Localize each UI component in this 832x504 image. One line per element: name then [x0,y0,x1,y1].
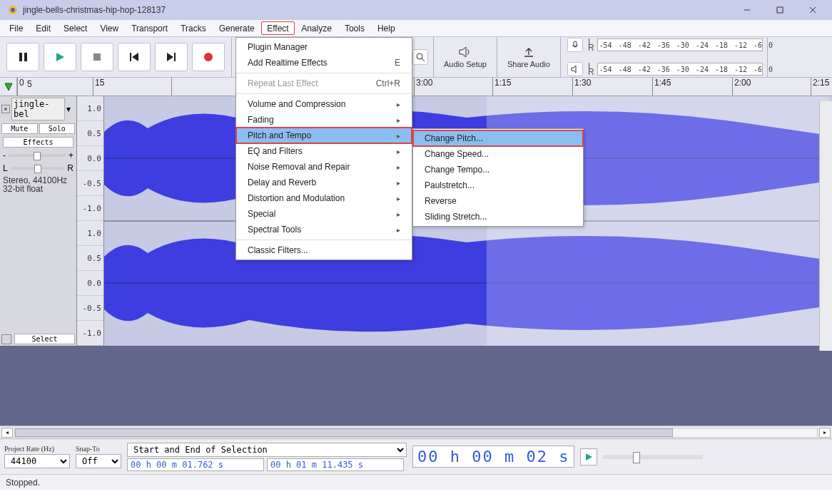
track-select-button[interactable]: Select [14,334,75,344]
menu-tools[interactable]: Tools [338,21,371,36]
solo-button[interactable]: Solo [39,123,76,134]
menu-edit[interactable]: Edit [29,21,57,36]
mute-button[interactable]: Mute [1,123,38,134]
play-at-speed-button[interactable] [580,448,597,466]
play-button[interactable] [44,43,76,71]
menu-pitch-tempo[interactable]: Pitch and Tempo [236,128,412,143]
svg-point-14 [204,53,213,61]
menu-noise-removal[interactable]: Noise Removal and Repair [236,159,412,175]
record-meter-button[interactable] [567,38,583,52]
timeline-ruler[interactable]: 5 0 15 3:00 1:15 1:30 1:45 2:00 2:15 [0,78,832,96]
app-logo-icon [7,4,19,16]
gain-slider[interactable]: -+ [0,149,76,162]
track-menu-dropdown[interactable]: ▾ [66,104,75,114]
menu-plugin-manager[interactable]: Plugin Manager [236,39,412,55]
menu-file[interactable]: File [3,21,29,36]
project-rate-label: Project Rate (Hz) [4,445,70,453]
submenu-change-pitch[interactable]: Change Pitch... [413,130,583,146]
svg-rect-9 [93,53,101,61]
audio-setup-button[interactable]: Audio Setup [434,37,497,77]
close-button[interactable] [796,0,829,20]
main-toolbar: Audio Setup Share Audio LR -54-48-42-36-… [0,37,832,78]
project-rate-select[interactable]: 44100 [4,454,70,468]
selection-start-field[interactable]: 00 h 00 m 01.762 s [127,458,264,471]
share-audio-button[interactable]: Share Audio [497,37,561,77]
svg-marker-20 [5,83,12,91]
selection-toolbar: Project Rate (Hz) 44100 Snap-To Off Star… [0,438,832,474]
snap-to-select[interactable]: Off [76,454,121,468]
track-close-button[interactable]: × [1,105,10,113]
track-name[interactable]: jingle-bel [11,98,65,120]
track-info: Stereo, 44100Hz32-bit float [0,175,76,195]
empty-track-space[interactable] [0,346,832,426]
selection-end-field[interactable]: 00 h 01 m 11.435 s [267,458,404,471]
zoom-tool[interactable] [412,49,428,65]
pin-timeline-button[interactable] [0,78,17,96]
snap-to-label: Snap-To [76,445,121,453]
svg-marker-17 [460,47,466,57]
pan-slider[interactable]: LR [0,162,76,175]
svg-point-15 [417,53,422,59]
svg-marker-25 [586,453,592,461]
upload-icon [522,46,535,58]
svg-point-1 [11,8,15,12]
menu-classic-filters[interactable]: Classic Filters... [236,242,412,258]
menu-eq-filters[interactable]: EQ and Filters [236,143,412,159]
horizontal-scrollbar[interactable]: ◂ ▸ [0,426,832,438]
submenu-sliding-stretch[interactable]: Sliding Stretch... [413,209,583,225]
window-title: jingle-bells-christmas-hip-hop-128137 [23,5,731,15]
svg-line-16 [422,58,425,61]
speaker-small-icon [571,65,579,73]
selection-mode-select[interactable]: Start and End of Selection [127,443,407,457]
menu-generate[interactable]: Generate [213,21,261,36]
minimize-button[interactable] [731,0,763,20]
play-meter[interactable]: -54-48-42-36-30-24-18-12-60 [597,63,763,76]
record-button[interactable] [192,43,225,71]
scrollbar-thumb[interactable] [15,428,673,437]
time-display[interactable]: 00 h 00 m 02 s [412,446,574,468]
play-meter-button[interactable] [567,62,583,76]
pause-button[interactable] [6,43,39,71]
svg-marker-19 [572,66,576,73]
menu-help[interactable]: Help [371,21,402,36]
pitch-tempo-submenu: Change Pitch... Change Speed... Change T… [412,128,584,227]
submenu-paulstretch[interactable]: Paulstretch... [413,178,583,193]
menu-repeat-last: Repeat Last EffectCtrl+R [236,76,412,91]
skip-start-button[interactable] [118,43,151,71]
effects-button[interactable]: Effects [3,137,73,148]
scroll-left-button[interactable]: ◂ [1,428,13,438]
menu-add-realtime[interactable]: Add Realtime EffectsE [236,55,412,71]
svg-rect-10 [130,53,131,61]
menu-volume-compression[interactable]: Volume and Compression [236,96,412,112]
track-control-panel: × jingle-bel ▾ Mute Solo Effects -+ LR S… [0,96,77,346]
svg-marker-8 [56,53,64,61]
menu-fading[interactable]: Fading [236,112,412,128]
speaker-icon [458,46,472,58]
maximize-button[interactable] [763,0,796,20]
record-meter[interactable]: -54-48-42-36-30-24-18-12-60 [597,38,763,51]
track-collapse-button[interactable] [1,334,11,344]
playback-speed-slider[interactable] [603,455,703,459]
scroll-right-button[interactable]: ▸ [819,428,831,438]
submenu-change-speed[interactable]: Change Speed... [413,146,583,162]
menu-select[interactable]: Select [57,21,93,36]
svg-marker-13 [167,53,173,61]
title-bar: jingle-bells-christmas-hip-hop-128137 [0,0,832,20]
menu-effect[interactable]: Effect [261,21,295,35]
menu-tracks[interactable]: Tracks [174,21,213,36]
menu-spectral-tools[interactable]: Spectral Tools [236,222,412,237]
svg-rect-18 [574,41,577,46]
effect-menu-dropdown: Plugin Manager Add Realtime EffectsE Rep… [235,37,412,260]
stop-button[interactable] [81,43,113,71]
submenu-reverse[interactable]: Reverse [413,193,583,209]
svg-rect-12 [174,53,176,61]
menu-distortion-modulation[interactable]: Distortion and Modulation [236,190,412,206]
menu-analyze[interactable]: Analyze [295,21,338,36]
menu-delay-reverb[interactable]: Delay and Reverb [236,175,412,190]
menu-view[interactable]: View [93,21,125,36]
menu-transport[interactable]: Transport [125,21,174,36]
submenu-change-tempo[interactable]: Change Tempo... [413,162,583,178]
skip-end-button[interactable] [155,43,188,71]
menu-special[interactable]: Special [236,206,412,222]
vertical-scrollbar[interactable] [819,101,832,351]
